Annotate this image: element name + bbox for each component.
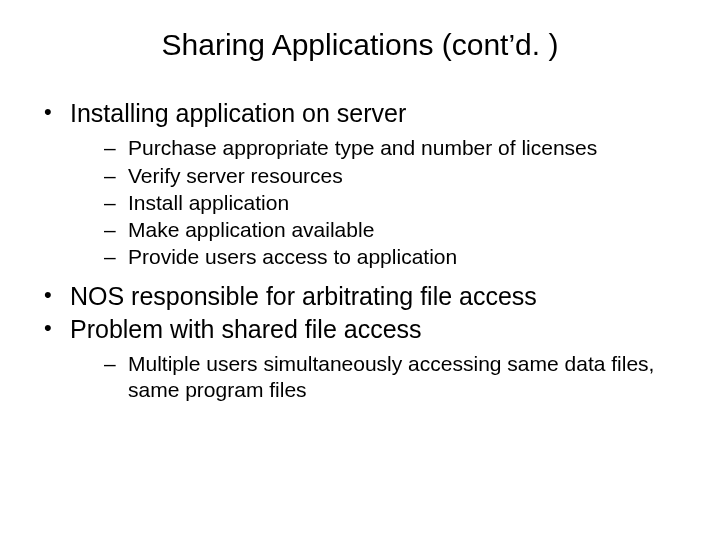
slide-title: Sharing Applications (cont’d. ): [40, 28, 680, 62]
list-item-text: Installing application on server: [70, 99, 406, 127]
list-item: NOS responsible for arbitrating file acc…: [40, 281, 680, 312]
list-item: Problem with shared file access Multiple…: [40, 314, 680, 404]
list-item: Install application: [104, 190, 680, 216]
list-item: Verify server resources: [104, 163, 680, 189]
list-item: Provide users access to application: [104, 244, 680, 270]
slide: Sharing Applications (cont’d. ) Installi…: [0, 0, 720, 540]
list-item-text: Purchase appropriate type and number of …: [128, 136, 597, 159]
list-item: Purchase appropriate type and number of …: [104, 135, 680, 161]
list-item: Multiple users simultaneously accessing …: [104, 351, 680, 404]
list-item-text: NOS responsible for arbitrating file acc…: [70, 282, 537, 310]
list-item-text: Make application available: [128, 218, 374, 241]
list-item-text: Problem with shared file access: [70, 315, 422, 343]
list-item: Installing application on server Purchas…: [40, 98, 680, 271]
list-item-text: Provide users access to application: [128, 245, 457, 268]
sub-list: Purchase appropriate type and number of …: [70, 135, 680, 270]
list-item: Make application available: [104, 217, 680, 243]
list-item-text: Verify server resources: [128, 164, 343, 187]
sub-list: Multiple users simultaneously accessing …: [70, 351, 680, 404]
list-item-text: Multiple users simultaneously accessing …: [128, 352, 654, 401]
bullet-list: Installing application on server Purchas…: [40, 98, 680, 404]
list-item-text: Install application: [128, 191, 289, 214]
